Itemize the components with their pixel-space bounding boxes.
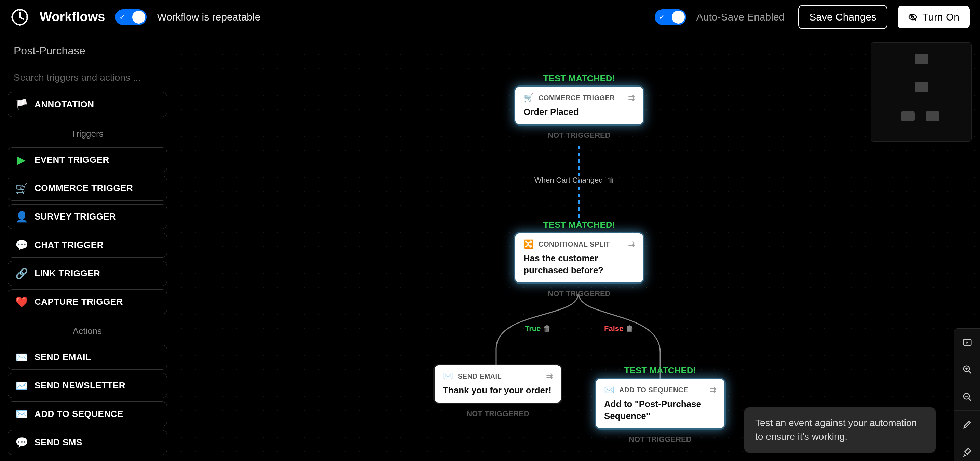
branch-false[interactable]: False 🗑 — [604, 324, 633, 333]
autosave-toggle[interactable]: ✓ — [655, 9, 686, 25]
status-matched: TEST MATCHED! — [624, 365, 696, 376]
check-icon: ✓ — [659, 13, 665, 22]
sidebar-action-1[interactable]: ✉️SEND NEWSLETTER — [8, 373, 167, 398]
node-title: Order Placed — [523, 106, 635, 118]
status-not-triggered: NOT TRIGGERED — [548, 131, 610, 140]
item-label: LINK TRIGGER — [35, 268, 100, 279]
item-icon: 💬 — [15, 239, 28, 251]
help-tooltip: Test an event against your automation to… — [744, 407, 935, 453]
autosave-label: Auto-Save Enabled — [697, 11, 785, 23]
header: Workflows ✓ Workflow is repeatable ✓ Aut… — [0, 0, 980, 34]
split-icon: 🔀 — [523, 239, 534, 249]
sidebar-trigger-4[interactable]: 🔗LINK TRIGGER — [8, 261, 167, 286]
repeatable-toggle[interactable]: ✓ — [115, 9, 146, 25]
node-add-to-sequence[interactable]: TEST MATCHED! ✉️ ADD TO SEQUENCE ⇉ Add t… — [596, 379, 724, 428]
item-icon: 👤 — [15, 211, 28, 223]
status-matched: TEST MATCHED! — [543, 73, 615, 84]
item-label: CAPTURE TRIGGER — [35, 297, 123, 307]
item-icon: ▶ — [15, 154, 28, 166]
mail-icon: ✉️ — [604, 385, 614, 395]
save-changes-button[interactable]: Save Changes — [798, 5, 888, 29]
sidebar-item-annotation[interactable]: 🏳️ ANNOTATION — [8, 92, 167, 117]
tool-zoom-out[interactable] — [955, 383, 980, 411]
page-title: Workflows — [40, 10, 105, 24]
item-icon: 🛒 — [15, 182, 28, 194]
settings-icon[interactable]: ⇉ — [628, 93, 635, 103]
item-label: EVENT TRIGGER — [35, 155, 109, 165]
sidebar-action-3[interactable]: 💬SEND SMS — [8, 430, 167, 455]
svg-point-3 — [11, 16, 13, 18]
item-icon: 💬 — [15, 436, 28, 448]
trash-icon[interactable]: 🗑 — [543, 324, 551, 333]
tool-test-event[interactable] — [955, 329, 980, 356]
status-not-triggered: NOT TRIGGERED — [548, 289, 610, 298]
node-send-email[interactable]: ✉️ SEND EMAIL ⇉ Thank you for your order… — [434, 365, 561, 402]
item-label: ADD TO SEQUENCE — [35, 409, 123, 419]
node-commerce-trigger[interactable]: TEST MATCHED! 🛒 COMMERCE TRIGGER ⇉ Order… — [515, 87, 643, 124]
item-icon: ✉️ — [15, 351, 28, 363]
item-icon: ❤️ — [15, 296, 28, 308]
item-icon: 🔗 — [15, 268, 28, 279]
item-label: SEND NEWSLETTER — [35, 380, 126, 391]
toggle-knob — [672, 11, 685, 24]
sidebar-trigger-2[interactable]: 👤SURVEY TRIGGER — [8, 204, 167, 229]
status-not-triggered: NOT TRIGGERED — [466, 409, 529, 418]
sidebar-action-2[interactable]: ✉️ADD TO SEQUENCE — [8, 402, 167, 426]
mail-icon: ✉️ — [443, 372, 453, 381]
status-matched: TEST MATCHED! — [543, 220, 615, 230]
app-logo-icon — [10, 8, 29, 27]
settings-icon[interactable]: ⇉ — [546, 372, 553, 381]
workflow-canvas[interactable]: TEST MATCHED! 🛒 COMMERCE TRIGGER ⇉ Order… — [175, 34, 980, 461]
node-conditional-split[interactable]: TEST MATCHED! 🔀 CONDITIONAL SPLIT ⇉ Has … — [515, 233, 643, 282]
status-not-triggered: NOT TRIGGERED — [629, 435, 691, 444]
svg-line-13 — [969, 398, 972, 401]
edge — [578, 146, 579, 228]
node-title: Thank you for your order! — [443, 384, 553, 396]
edge — [434, 294, 582, 366]
settings-icon[interactable]: ⇉ — [628, 239, 635, 249]
svg-point-1 — [19, 8, 21, 11]
flag-icon: 🏳️ — [15, 99, 28, 110]
sidebar-trigger-0[interactable]: ▶EVENT TRIGGER — [8, 147, 167, 172]
svg-line-9 — [969, 371, 972, 373]
section-heading-triggers: Triggers — [8, 120, 167, 144]
svg-point-4 — [19, 24, 21, 26]
branch-true[interactable]: True 🗑 — [525, 324, 551, 333]
item-icon: ✉️ — [15, 380, 28, 392]
node-title: Has the customer purchased before? — [523, 252, 635, 276]
sidebar-trigger-5[interactable]: ❤️CAPTURE TRIGGER — [8, 289, 167, 314]
cart-changed-label[interactable]: When Cart Changed 🗑 — [535, 176, 615, 185]
svg-point-2 — [26, 16, 29, 18]
section-heading-actions: Actions — [8, 318, 167, 341]
item-icon: ✉️ — [15, 408, 28, 420]
check-icon: ✓ — [119, 13, 126, 22]
canvas-toolbar: ✓ — [954, 328, 980, 461]
workflow-name[interactable]: Post-Purchase — [8, 41, 167, 61]
repeatable-label: Workflow is repeatable — [157, 11, 260, 23]
node-title: Add to "Post-Purchase Sequence" — [604, 398, 716, 422]
tool-brush[interactable] — [955, 438, 980, 461]
item-label: CHAT TRIGGER — [35, 240, 103, 250]
trash-icon[interactable]: 🗑 — [607, 176, 615, 185]
search-input[interactable] — [8, 67, 167, 89]
item-label: SURVEY TRIGGER — [35, 211, 116, 222]
tool-zoom-in[interactable] — [955, 356, 980, 383]
minimap[interactable] — [871, 42, 972, 142]
turn-on-button[interactable]: Turn On — [898, 6, 970, 29]
item-label: SEND EMAIL — [35, 352, 91, 362]
item-label: COMMERCE TRIGGER — [35, 183, 133, 193]
sidebar-trigger-1[interactable]: 🛒COMMERCE TRIGGER — [8, 176, 167, 201]
eye-off-icon — [908, 12, 918, 22]
trash-icon[interactable]: 🗑 — [626, 324, 633, 333]
settings-icon[interactable]: ⇉ — [710, 385, 716, 395]
toggle-knob — [132, 11, 145, 24]
item-label: SEND SMS — [35, 437, 82, 448]
sidebar: Post-Purchase 🏳️ ANNOTATION Triggers ▶EV… — [0, 34, 175, 461]
tool-edit[interactable] — [955, 411, 980, 438]
sidebar-trigger-3[interactable]: 💬CHAT TRIGGER — [8, 233, 167, 257]
sidebar-action-0[interactable]: ✉️SEND EMAIL — [8, 345, 167, 370]
cart-icon: 🛒 — [523, 93, 534, 103]
